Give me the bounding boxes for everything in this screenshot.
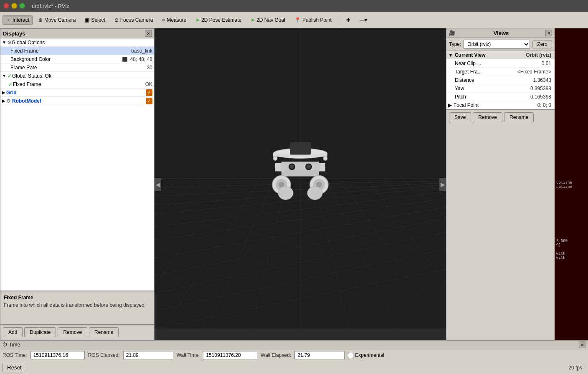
- select-button[interactable]: ▣ Select: [81, 15, 109, 25]
- rename-view-button[interactable]: Rename: [504, 112, 534, 122]
- tree-item-fixed-frame[interactable]: Fixed Frame base_link: [0, 47, 154, 55]
- experimental-label: Experimental: [355, 352, 384, 358]
- time-panel-body: ROS Time: ROS Elapsed: Wall Time: Wall E…: [0, 349, 588, 361]
- ros-elapsed-label: ROS Elapsed:: [88, 352, 120, 358]
- focal-point-label: Focal Point: [452, 102, 537, 108]
- tree-item-frame-rate[interactable]: Frame Rate 30: [0, 63, 154, 72]
- 2d-pose-button[interactable]: ➤ 2D Pose Estimate: [192, 15, 245, 25]
- wall-elapsed-label: Wall Elapsed:: [261, 352, 291, 358]
- measure-button[interactable]: ━ Measure: [158, 15, 190, 25]
- viewport-scroll-right[interactable]: ▶: [439, 178, 446, 191]
- remove-view-button[interactable]: Remove: [473, 112, 502, 122]
- frame-rate-label: Frame Rate: [10, 65, 145, 71]
- views-type-select[interactable]: Orbit (rviz): [464, 40, 530, 49]
- time-close-button[interactable]: ✕: [579, 341, 585, 348]
- 2d-nav-button[interactable]: ➤ 2D Nav Goal: [247, 15, 289, 25]
- view-row-focal-point[interactable]: ▶ Focal Point 0; 0; 0: [446, 101, 555, 109]
- view-row-near-clip[interactable]: Near Clip ... 0.01: [446, 59, 555, 68]
- wall-elapsed-input[interactable]: [294, 351, 345, 359]
- expand-arrow-global-options[interactable]: ▼: [2, 40, 6, 45]
- add-button[interactable]: Add: [3, 327, 23, 337]
- view-row-target-frame[interactable]: Target Fra... <Fixed Frame>: [446, 68, 555, 76]
- camera-icon: ⊕: [38, 17, 43, 23]
- type-label: Type:: [449, 41, 461, 47]
- displays-close-button[interactable]: ✕: [145, 30, 152, 37]
- tree-item-grid[interactable]: ▶ Grid ✓: [0, 88, 154, 97]
- tree-item-robot-model[interactable]: ▶ ⚙ RobotModel ✓: [0, 97, 154, 105]
- view-row-pitch[interactable]: Pitch 0.165398: [446, 93, 555, 101]
- interact-button[interactable]: ☞ Interact: [3, 15, 33, 25]
- ros-time-input[interactable]: [30, 351, 85, 359]
- add-toolbar-button[interactable]: ✚: [342, 15, 354, 25]
- rename-button[interactable]: Rename: [89, 327, 119, 337]
- terminal-panel: ublisheublishe 8-0000] with with: [555, 28, 588, 340]
- svg-rect-40: [281, 170, 319, 177]
- remove-button[interactable]: Remove: [58, 327, 87, 337]
- expand-arrow-global-status[interactable]: ▼: [2, 73, 6, 78]
- svg-point-35: [290, 165, 294, 169]
- move-camera-button[interactable]: ⊕ Move Camera: [35, 15, 79, 25]
- time-panel-header: ⏱ Time ✕: [0, 341, 588, 349]
- svg-point-38: [273, 157, 277, 161]
- views-tree: ▼ Current View Orbit (rviz) Near Clip ..…: [446, 51, 555, 109]
- focus-icon: ⊙: [114, 17, 119, 23]
- background-color-value: 48; 48; 48: [130, 56, 152, 62]
- maximize-button[interactable]: [19, 3, 25, 9]
- svg-point-48: [307, 187, 322, 200]
- expand-arrow-robot-model[interactable]: ▶: [2, 99, 5, 103]
- robot-model-status-icon: ✓: [146, 98, 152, 104]
- fps-counter: 20 fps: [568, 365, 582, 371]
- view-row-distance[interactable]: Distance 1.36343: [446, 76, 555, 84]
- expand-arrow-grid[interactable]: ▶: [2, 90, 5, 95]
- reset-button[interactable]: Reset: [3, 363, 26, 372]
- viewport-scroll-left[interactable]: ◀: [155, 178, 161, 191]
- fixed-frame-value: base_link: [131, 48, 152, 54]
- select-icon: ▣: [85, 17, 89, 23]
- window-controls[interactable]: [3, 3, 25, 9]
- description-box: Fixed Frame Frame into which all data is…: [0, 291, 154, 324]
- tree-item-background-color[interactable]: Background Color 48; 48; 48: [0, 55, 154, 63]
- save-view-button[interactable]: Save: [449, 112, 471, 122]
- background-color-label: Background Color: [10, 56, 122, 62]
- target-frame-label: Target Fra...: [448, 69, 517, 75]
- focal-point-value: 0; 0; 0: [537, 102, 551, 108]
- near-clip-label: Near Clip ...: [448, 61, 542, 66]
- ros-elapsed-input[interactable]: [123, 351, 173, 359]
- focus-camera-button[interactable]: ⊙ Focus Camera: [111, 15, 157, 25]
- displays-tree[interactable]: ▼ ⚙ Global Options Fixed Frame base_link…: [0, 38, 154, 291]
- views-panel: 🎥 Views ✕ Type: Orbit (rviz) Zero ▼ Curr…: [446, 28, 555, 340]
- frame-rate-value: 30: [147, 65, 152, 71]
- duplicate-button[interactable]: Duplicate: [24, 327, 56, 337]
- robot-model-label: RobotModel: [12, 98, 146, 104]
- robot-model-type-icon: ⚙: [6, 98, 11, 104]
- svg-point-37: [307, 165, 311, 169]
- experimental-checkbox[interactable]: [348, 353, 353, 358]
- grid-label: Grid: [6, 90, 146, 96]
- current-view-arrow[interactable]: ▼: [448, 52, 453, 58]
- fixed-frame-label: Fixed Frame: [10, 48, 129, 54]
- minimize-button[interactable]: [11, 3, 17, 9]
- terminal-text-1: ublisheublishe: [556, 180, 586, 189]
- focal-point-arrow[interactable]: ▶: [448, 102, 452, 108]
- views-zero-button[interactable]: Zero: [532, 40, 552, 48]
- pitch-label: Pitch: [448, 94, 530, 100]
- robot-svg: [259, 131, 342, 206]
- distance-value: 1.36343: [533, 77, 551, 83]
- views-close-button[interactable]: ✕: [545, 30, 552, 36]
- color-swatch: [122, 57, 127, 62]
- publish-point-button[interactable]: 📍 Publish Point: [291, 15, 335, 25]
- fixed-frame-status-icon: ✓: [8, 81, 13, 88]
- 3d-viewport[interactable]: ◀ ▶: [155, 28, 446, 340]
- tree-item-global-status[interactable]: ▼ ✓ Global Status: Ok: [0, 72, 154, 80]
- wall-time-input[interactable]: [203, 351, 257, 359]
- current-view-header[interactable]: ▼ Current View Orbit (rviz): [446, 51, 555, 59]
- extra-toolbar-button[interactable]: —▾: [356, 15, 371, 25]
- view-row-yaw[interactable]: Yaw 0.395398: [446, 84, 555, 93]
- tree-item-fixed-frame-status[interactable]: ✓ Fixed Frame OK: [0, 80, 154, 88]
- left-panel: Displays ✕ ▼ ⚙ Global Options Fixed Fram…: [0, 28, 155, 340]
- wall-time-label: Wall Time:: [177, 352, 200, 358]
- fixed-frame-status-label: Fixed Frame: [13, 81, 144, 87]
- cursor-icon: ☞: [6, 17, 11, 23]
- tree-item-global-options[interactable]: ▼ ⚙ Global Options: [0, 38, 154, 47]
- close-button[interactable]: [3, 3, 9, 9]
